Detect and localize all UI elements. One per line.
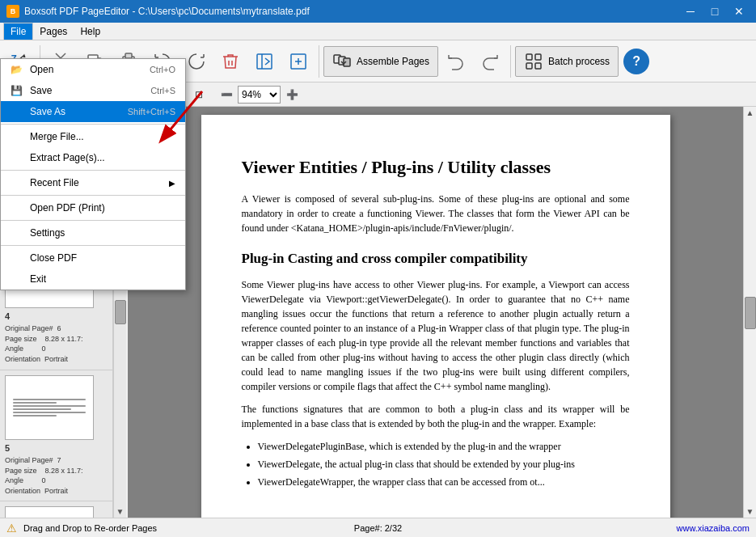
file-dropdown-menu: 📂 Open Ctrl+O 💾 Save Ctrl+S Save As Shif…	[0, 58, 186, 290]
menu-settings[interactable]: Settings	[1, 222, 185, 243]
menu-sep-5	[1, 245, 185, 246]
thumbnail-6[interactable]: 6	[0, 501, 112, 518]
open-label: Open	[30, 64, 53, 75]
svg-rect-20	[526, 54, 532, 60]
thumb-angle-5: Angle 0	[5, 476, 108, 486]
save-as-shortcut: Shift+Ctrl+S	[128, 107, 175, 116]
recent-label: Recent File	[30, 177, 79, 188]
minimize-button[interactable]: ─	[680, 3, 701, 19]
pdf-bullets: ViewerDelegatePluginBase, which is exten…	[258, 439, 630, 489]
redo-button[interactable]	[474, 43, 506, 80]
assemble-pages-label: Assemble Pages	[357, 56, 429, 67]
assemble-icon	[332, 52, 352, 71]
menu-sep-2	[1, 170, 185, 171]
menu-exit[interactable]: Exit	[1, 268, 185, 290]
menu-sep-1	[1, 124, 185, 125]
menu-open-print[interactable]: Open PDF (Print)	[1, 197, 185, 218]
pdf-page: Viewer Entities / Plug-ins / Utility cla…	[201, 115, 670, 518]
content-area[interactable]: Viewer Entities / Plug-ins / Utility cla…	[128, 107, 743, 518]
open-print-label: Open PDF (Print)	[30, 202, 105, 214]
pdf-para1: A Viewer is composed of several sub-plug…	[242, 192, 630, 235]
thumb-num-5: 5	[5, 442, 108, 455]
watermark-text: www.xiazaiba.com	[677, 523, 750, 533]
svg-rect-21	[535, 54, 541, 60]
menu-save[interactable]: 💾 Save Ctrl+S	[1, 80, 185, 101]
menu-sep-3	[1, 195, 185, 196]
menu-close-pdf[interactable]: Close PDF	[1, 247, 185, 268]
content-scrollbar[interactable]: ▲ ▼	[743, 107, 756, 518]
menu-sep-4	[1, 220, 185, 221]
close-pdf-label: Close PDF	[30, 252, 77, 264]
thumb-angle-4: Angle 0	[5, 344, 108, 354]
thumb-size-5: Page size 8.28 x 11.7:	[5, 466, 108, 476]
pdf-h1: Viewer Entities / Plug-ins / Utility cla…	[242, 154, 630, 180]
app-icon: B	[6, 5, 19, 18]
menu-help[interactable]: Help	[74, 23, 107, 40]
undo-button[interactable]	[440, 43, 472, 80]
batch-process-label: Batch process	[548, 56, 610, 67]
bullet-3: ViewerDelegateWrapper, the wrapper class…	[258, 475, 630, 489]
thumb-preview-5	[5, 375, 94, 440]
menu-extract[interactable]: Extract Page(s)...	[1, 147, 185, 168]
thumbnail-5[interactable]: 5 Original Page# 7 Page size 8.28 x 11.7…	[0, 370, 112, 502]
thumb-orient-5: Orientation Portrait	[5, 486, 108, 497]
extract-label: Extract Page(s)...	[30, 152, 105, 163]
window-title: Boxsoft PDF PageEditor - C:\Users\pc\Doc…	[24, 6, 310, 17]
bullet-2: ViewerDelegate, the actual plug-in class…	[258, 457, 630, 471]
title-bar: B Boxsoft PDF PageEditor - C:\Users\pc\D…	[0, 0, 756, 23]
settings-label: Settings	[30, 227, 65, 239]
save-shortcut: Ctrl+S	[150, 86, 175, 95]
menu-bar: File Pages Help	[0, 23, 756, 40]
menu-merge[interactable]: Merge File...	[1, 126, 185, 147]
svg-rect-23	[535, 63, 541, 69]
menu-pages[interactable]: Pages	[33, 23, 74, 40]
thumb-orig-5: Original Page# 7	[5, 455, 108, 466]
pdf-para3: The functions signatures that are common…	[242, 402, 630, 431]
thumb-orient-4: Orientation Portrait	[5, 354, 108, 365]
menu-file[interactable]: File	[3, 23, 33, 40]
window-controls: ─ □ ✕	[680, 3, 750, 19]
batch-icon	[524, 52, 543, 71]
thumb-preview-6	[5, 506, 94, 518]
page-info: Page#: 2/32	[354, 523, 402, 533]
bullet-1: ViewerDelegatePluginBase, which is exten…	[258, 439, 630, 454]
open-icon: 📂	[11, 64, 27, 75]
toolbar-sep-3	[510, 45, 511, 78]
assemble-pages-button[interactable]: Assemble Pages	[323, 46, 438, 77]
thumb-size-4: Page size 8.28 x 11.7:	[5, 334, 108, 345]
thumb-orig-4: Original Page# 6	[5, 323, 108, 334]
drag-text: Drag and Drop to Re-order Pages	[23, 523, 157, 533]
save-label: Save	[30, 85, 52, 96]
thumb-num-4: 4	[5, 311, 108, 323]
exit-label: Exit	[30, 273, 46, 285]
svg-rect-11	[125, 53, 132, 58]
save-as-label: Save As	[30, 106, 65, 117]
maximize-button[interactable]: □	[704, 3, 725, 19]
open-shortcut: Ctrl+O	[150, 65, 175, 74]
close-button[interactable]: ✕	[729, 3, 750, 19]
pdf-para2: Some Viewer plug-ins have access to othe…	[242, 277, 630, 394]
svg-rect-22	[526, 63, 532, 69]
save-icon: 💾	[11, 85, 27, 96]
zoom-out-button[interactable]: ➖	[217, 86, 236, 104]
zoom-in-button[interactable]: ➕	[282, 86, 302, 104]
status-bar: ⚠ Drag and Drop to Re-order Pages Page#:…	[0, 518, 756, 537]
fit-page-button[interactable]: ⊡	[189, 86, 209, 104]
delete-button[interactable]	[214, 43, 247, 80]
pdf-h2: Plug-in Casting and cross compiler compa…	[242, 248, 630, 269]
toolbar-sep-2	[319, 45, 319, 78]
insert-button[interactable]	[282, 43, 315, 80]
recent-arrow: ▶	[169, 179, 175, 188]
menu-recent[interactable]: Recent File ▶	[1, 172, 185, 193]
menu-open[interactable]: 📂 Open Ctrl+O	[1, 59, 185, 80]
warning-icon: ⚠	[6, 522, 17, 535]
menu-save-as[interactable]: Save As Shift+Ctrl+S	[1, 101, 185, 122]
zoom-select[interactable]: 94% 50% 75% 100% 125% 150%	[238, 86, 281, 104]
extract-button[interactable]	[248, 43, 281, 80]
merge-label: Merge File...	[30, 131, 84, 142]
batch-process-button[interactable]: Batch process	[515, 46, 619, 77]
help-button[interactable]: ?	[623, 49, 649, 74]
